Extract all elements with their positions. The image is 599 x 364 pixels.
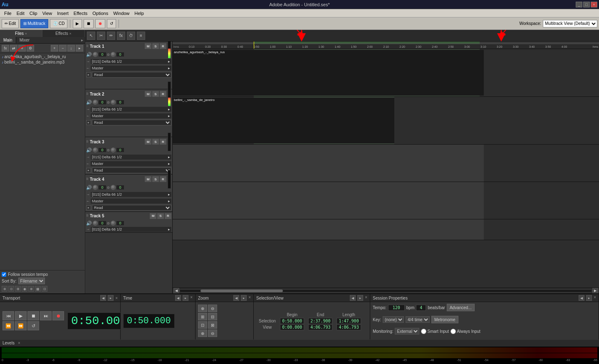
- track-4-waveform[interactable]: [173, 182, 599, 219]
- time-close[interactable]: ×: [190, 295, 193, 301]
- workspace-select[interactable]: Multitrack View (Default): [543, 20, 597, 27]
- maximize-button[interactable]: □: [583, 2, 590, 7]
- track-4-auto-play[interactable]: ▸: [86, 205, 91, 210]
- record-btn[interactable]: ⏺: [52, 311, 64, 320]
- hscrollbar[interactable]: ◀ ▶: [173, 288, 599, 293]
- menu-window[interactable]: Window: [111, 10, 132, 17]
- track-3-auto-play[interactable]: ▸: [86, 168, 91, 173]
- track-1-master[interactable]: Master ▸: [91, 66, 171, 71]
- sv-menu[interactable]: ▸: [357, 295, 363, 301]
- track-3-route[interactable]: [01S] Delta 66 1/2 ▸: [91, 155, 171, 160]
- sp-close[interactable]: ×: [594, 295, 596, 301]
- track-3-waveform[interactable]: [173, 145, 599, 182]
- close-button[interactable]: ×: [591, 2, 597, 7]
- menu-edit[interactable]: Edit: [14, 10, 27, 17]
- tool-settings[interactable]: ⚙: [27, 45, 34, 52]
- sv-sel-end[interactable]: 2:37.900: [307, 318, 334, 324]
- track-1-mute[interactable]: M: [145, 43, 151, 49]
- time-expand[interactable]: ◀: [175, 295, 181, 301]
- stop-toolbar-button[interactable]: ⏹: [84, 19, 94, 28]
- track-2-waveform[interactable]: bellini_-_samba_de_janeiro: [173, 97, 599, 145]
- record-toolbar-button[interactable]: ⏺: [95, 19, 105, 28]
- track-1-auto-select[interactable]: Read: [92, 72, 171, 78]
- track-2-pan-knob[interactable]: [111, 100, 116, 105]
- track-1-waveform[interactable]: anzhelika_agurbash_-_belaya_rus: [173, 49, 599, 97]
- icon-6[interactable]: ▦: [35, 286, 41, 292]
- fast-forward-btn[interactable]: ⏩: [15, 321, 27, 330]
- beats-input[interactable]: [416, 305, 426, 311]
- track-4-mute[interactable]: M: [145, 176, 151, 182]
- track-1-solo[interactable]: S: [152, 43, 159, 49]
- tool-pencil[interactable]: ✏: [107, 32, 115, 40]
- track-4-route[interactable]: [01S] Delta 66 1/2 ▸: [91, 192, 171, 197]
- track-1-pan-knob[interactable]: [111, 52, 116, 57]
- subtab-main[interactable]: Main: [0, 37, 16, 43]
- menu-effects[interactable]: Effects: [71, 10, 90, 17]
- track-5-waveform[interactable]: [173, 219, 599, 240]
- tempo-input[interactable]: [388, 305, 405, 311]
- track-2-mute[interactable]: M: [145, 91, 151, 97]
- track-2-route[interactable]: [01S] Delta 66 1/2 ▸: [91, 107, 171, 112]
- tool-import[interactable]: ↓: [67, 45, 75, 52]
- tab-effects[interactable]: Effects ×: [42, 30, 85, 37]
- levels-close[interactable]: ×: [18, 341, 20, 345]
- icon-1[interactable]: ⊕: [2, 286, 7, 292]
- icon-2[interactable]: ⊙: [8, 286, 14, 292]
- zoom-in-h[interactable]: ⊕: [198, 305, 207, 312]
- icon-3[interactable]: ⊞: [15, 286, 21, 292]
- zoom-out-h[interactable]: ⊖: [208, 305, 217, 312]
- track-4-pan-knob[interactable]: [111, 185, 116, 190]
- track-4-auto-select[interactable]: Read: [92, 205, 171, 211]
- track-5-solo[interactable]: S: [157, 213, 164, 219]
- sv-view-length[interactable]: 4:06.793: [335, 325, 362, 330]
- tool-remove[interactable]: −: [59, 45, 67, 52]
- timeline-ruler[interactable]: hms 0:10 0:20 0:30 0:40 0:50 1:00 1:10 1…: [173, 42, 599, 49]
- sp-menu[interactable]: ▸: [586, 295, 592, 301]
- track-4-master[interactable]: Master ▸: [91, 199, 171, 204]
- time-sig-select[interactable]: 4/4 time: [406, 316, 430, 323]
- track-5-pan-knob[interactable]: [111, 221, 116, 226]
- menu-options[interactable]: Options: [90, 10, 111, 17]
- track-1-audio-block[interactable]: anzhelika_agurbash_-_belaya_rus: [173, 50, 484, 96]
- skip-to-start[interactable]: ⏮: [2, 311, 14, 320]
- cd-button[interactable]: 💿 CD: [50, 19, 67, 28]
- sp-expand[interactable]: ◀: [579, 295, 584, 301]
- panel-menu-button[interactable]: ▸: [79, 37, 85, 43]
- zoom-in-h2[interactable]: ⊕: [198, 330, 207, 337]
- track-1-route[interactable]: [01S] Delta 66 1/2 ▸: [91, 59, 171, 64]
- track-3-auto-select[interactable]: Read: [92, 167, 171, 173]
- track-5-mute[interactable]: M: [150, 213, 156, 219]
- track-3-master[interactable]: Master ▸: [91, 161, 171, 166]
- track-4-record[interactable]: R: [160, 176, 166, 182]
- stop-btn[interactable]: ⏹: [27, 311, 39, 320]
- play-button[interactable]: ▶: [73, 19, 82, 28]
- loop-toolbar-button[interactable]: ↺: [107, 19, 116, 28]
- skip-to-end[interactable]: ⏭: [40, 311, 52, 320]
- always-input-radio[interactable]: [450, 329, 456, 334]
- monitoring-select[interactable]: External: [395, 328, 419, 334]
- track-3-pan-knob[interactable]: [111, 148, 116, 152]
- tool-route[interactable]: ⇄: [10, 45, 17, 52]
- follow-session-checkbox[interactable]: [2, 272, 6, 277]
- tool-add[interactable]: +: [51, 45, 58, 52]
- zoom-fit-all[interactable]: ⊠: [208, 321, 217, 329]
- sv-sel-begin[interactable]: 0:50.000: [278, 318, 306, 324]
- tool-mix2[interactable]: ≡: [137, 32, 145, 40]
- tool-time[interactable]: ⏱: [127, 32, 135, 40]
- menu-file[interactable]: File: [2, 10, 14, 17]
- track-4-solo[interactable]: S: [152, 176, 159, 182]
- sort-select[interactable]: Filename: [18, 278, 45, 284]
- sv-close[interactable]: ×: [365, 295, 367, 301]
- transport-menu[interactable]: ▸: [108, 295, 114, 301]
- zoom-out-v[interactable]: ⊟: [208, 313, 217, 320]
- waveform-area[interactable]: anzhelika_agurbash_-_belaya_rus bellini_…: [173, 49, 599, 288]
- track-4-vol-knob[interactable]: [93, 185, 98, 190]
- advanced-button[interactable]: Advanced...: [447, 304, 475, 311]
- menu-view[interactable]: View: [40, 10, 55, 17]
- track-5-vol-knob[interactable]: [93, 221, 98, 226]
- key-select[interactable]: (none): [383, 316, 404, 323]
- hscroll-track[interactable]: [179, 289, 592, 293]
- file-item-1[interactable]: ♪ anzhelika_agurbash_-_belaya_ru: [1, 54, 84, 59]
- metronome-button[interactable]: Metronome: [431, 316, 458, 323]
- track-3-mute[interactable]: M: [145, 139, 151, 145]
